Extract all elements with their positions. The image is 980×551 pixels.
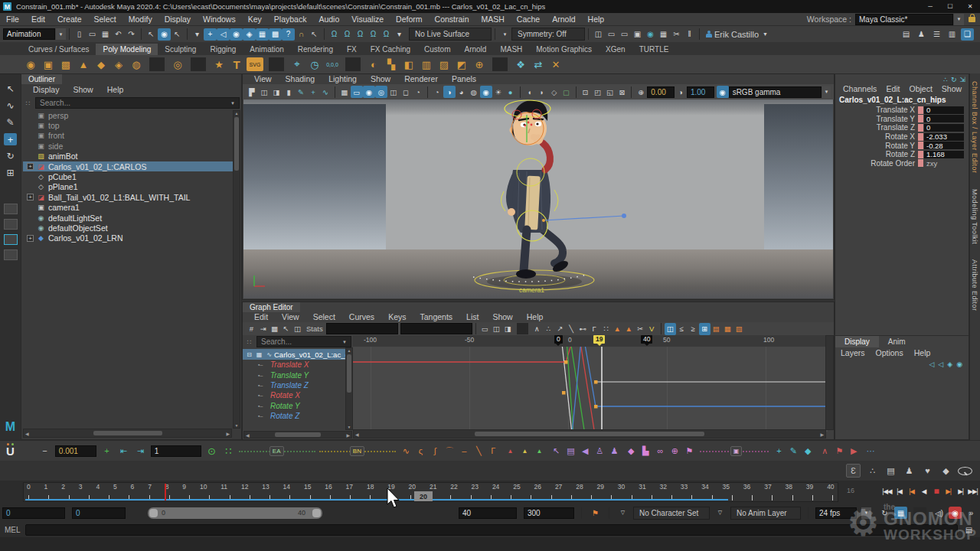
range-start-handle[interactable] bbox=[149, 509, 158, 517]
tangent-preset-icon[interactable]: ╲ bbox=[472, 445, 485, 457]
layout-preset-button[interactable] bbox=[4, 204, 18, 214]
layer-menu-item[interactable]: Help bbox=[909, 348, 936, 357]
live-surface-field[interactable]: No Live Surface bbox=[409, 28, 492, 41]
marker-icon[interactable]: ▲ bbox=[504, 445, 517, 457]
viewport-menu-item[interactable]: Lighting bbox=[322, 74, 364, 84]
channel-box-menu-item[interactable]: Show bbox=[937, 84, 966, 93]
toolbox-tool-icon[interactable]: ✎ bbox=[4, 116, 17, 129]
decrement-button[interactable]: − bbox=[38, 445, 51, 457]
menu-item[interactable]: Cache bbox=[511, 15, 546, 24]
viewport-camera-icon[interactable]: + bbox=[307, 86, 319, 98]
shelf-tool-icon[interactable]: ▚ bbox=[384, 58, 399, 70]
playback-button[interactable]: |◀ bbox=[906, 484, 917, 497]
viewport-isolate-icon[interactable]: ◗ bbox=[536, 86, 548, 98]
layer-action-icon[interactable]: ◉ bbox=[956, 360, 962, 368]
shelf-tool-icon[interactable]: ⌖ bbox=[289, 58, 305, 70]
viewport-camera-icon[interactable]: ◨ bbox=[270, 86, 283, 98]
pose-tool-icon[interactable]: ✎ bbox=[787, 445, 800, 457]
shelf-tab[interactable]: Animation bbox=[243, 44, 290, 55]
graph-editor-menu-item[interactable]: Curves bbox=[342, 312, 381, 323]
expand-toggle-icon[interactable] bbox=[27, 142, 34, 149]
layer-menu-item[interactable]: Layers bbox=[835, 348, 871, 357]
sidebar-toggle-icon[interactable]: ♟ bbox=[915, 28, 928, 41]
sidebar-toggle-icon[interactable]: ☰ bbox=[930, 28, 943, 41]
tangent-preset-icon[interactable]: ∿ bbox=[400, 445, 413, 457]
shelf-tool-icon[interactable] bbox=[269, 57, 284, 71]
playback-option-icon[interactable]: » bbox=[965, 507, 978, 519]
filter-grip-icon[interactable]: ∷ bbox=[23, 98, 33, 108]
layer-action-icon[interactable]: ◁ bbox=[929, 360, 934, 368]
shelf-tab[interactable]: Poly Modeling bbox=[96, 44, 158, 55]
colorspace-icon[interactable]: ◉ bbox=[717, 86, 729, 98]
utility-icon[interactable]: ▤ bbox=[884, 465, 897, 477]
graph-tool-icon[interactable]: ⇥ bbox=[257, 323, 269, 335]
graph-list-scrollbar[interactable]: ▲▼ bbox=[345, 347, 353, 430]
viewport-display-icon[interactable]: ▭ bbox=[351, 86, 363, 98]
outliner-search-input[interactable]: Search...▼ bbox=[35, 97, 240, 109]
playback-button[interactable]: ▶| bbox=[942, 484, 954, 497]
expand-toggle-icon[interactable] bbox=[27, 132, 34, 139]
snap-icon[interactable]: ▾ bbox=[393, 28, 406, 41]
expand-toggle-icon[interactable] bbox=[27, 112, 34, 119]
shelf-tool-icon[interactable]: ▲ bbox=[76, 58, 91, 70]
layout-preset-button[interactable] bbox=[4, 249, 18, 260]
channel-attribute-row[interactable]: Rotate Y -0.28 bbox=[835, 141, 969, 150]
grid-icon[interactable]: ∷ bbox=[222, 445, 235, 457]
tangent-tool-icon[interactable]: ∧ bbox=[531, 323, 543, 335]
tangent-tool-icon[interactable]: ✂ bbox=[635, 323, 646, 335]
viewport-pane-icon[interactable]: ⊡ bbox=[579, 86, 591, 98]
viewport-pane-icon[interactable]: ◰ bbox=[591, 86, 603, 98]
channel-attribute-row[interactable]: Rotate Z 1.168 bbox=[835, 150, 969, 159]
playback-option-icon[interactable]: ▦ bbox=[894, 507, 907, 519]
expand-toggle-icon[interactable] bbox=[27, 214, 34, 221]
shelf-tool-icon[interactable]: ◧ bbox=[401, 58, 416, 70]
menu-item[interactable]: Visualize bbox=[345, 15, 390, 24]
shelf-tool-icon[interactable]: 0,0,0 bbox=[325, 58, 340, 70]
fps-selector[interactable]: 24 fps bbox=[815, 507, 857, 519]
marker-icon[interactable]: ▲ bbox=[533, 445, 546, 457]
menu-item[interactable]: Playback bbox=[268, 15, 313, 24]
workspace-lock-icon[interactable] bbox=[969, 17, 975, 22]
power-icon[interactable]: ⊙ bbox=[205, 445, 218, 457]
anim-tool-icon[interactable]: ▙ bbox=[639, 445, 652, 457]
outliner-item[interactable]: + ◪ Carlos_v01_02_L:CARLOS bbox=[23, 161, 234, 171]
menu-item[interactable]: File bbox=[0, 15, 25, 24]
graph-object-row[interactable]: ⊟▦∿ Carlos_v01_02_L:ac_cn_hips bbox=[243, 349, 353, 360]
menu-item[interactable]: Arnold bbox=[546, 15, 581, 24]
graph-channel-row[interactable]: ▪– Rotate X bbox=[243, 390, 353, 400]
viewport-menu-item[interactable]: Renderer bbox=[397, 74, 445, 84]
viewport-shading-icon[interactable]: ◕ bbox=[456, 86, 468, 98]
graph-channel-row[interactable]: ▪– Translate X bbox=[243, 360, 353, 370]
tangent-tool-icon[interactable]: ▭ bbox=[479, 323, 491, 335]
shelf-tool-icon[interactable] bbox=[492, 57, 508, 71]
layer-action-icon[interactable]: ◁ bbox=[938, 360, 943, 368]
toolbox-tool-icon[interactable]: + bbox=[4, 133, 17, 145]
graph-channel-row[interactable]: ▪– Rotate Z bbox=[243, 411, 353, 421]
select-tool-icon[interactable]: ↖ bbox=[550, 445, 563, 457]
shelf-tool-icon[interactable]: T bbox=[229, 58, 244, 70]
attribute-value-field[interactable]: -0.28 bbox=[924, 142, 964, 149]
ease-slider[interactable]: EA bbox=[239, 445, 315, 457]
outliner-item[interactable]: ▣ front bbox=[23, 131, 234, 141]
object-row-icon[interactable]: ⊟ bbox=[244, 348, 254, 360]
utility-icon[interactable]: ∴ bbox=[866, 465, 879, 477]
viewport-shading-icon[interactable]: ◑ bbox=[443, 86, 456, 98]
playback-start-field[interactable]: 0 bbox=[72, 507, 126, 519]
viewport-camera-icon[interactable]: ▛ bbox=[246, 86, 258, 98]
sidebar-toggle-icon[interactable]: ▤ bbox=[900, 28, 913, 41]
shelf-tab[interactable]: Rigging bbox=[203, 44, 243, 55]
sidebar-vertical-tab[interactable]: Channel Box / Layer Editor bbox=[970, 73, 979, 181]
snap-icon[interactable]: Ω bbox=[328, 28, 341, 41]
viewport-display-icon[interactable]: ◉ bbox=[363, 86, 375, 98]
shelf-tab[interactable]: Custom bbox=[417, 44, 457, 55]
channel-box-menu-item[interactable]: Edit bbox=[881, 84, 904, 93]
graph-editor-menu-item[interactable]: Show bbox=[485, 312, 519, 323]
menu-item[interactable]: Display bbox=[158, 15, 197, 24]
set-key-icon[interactable]: ⚑ bbox=[589, 507, 602, 519]
graph-tool-icon[interactable]: ▦ bbox=[269, 323, 280, 335]
expand-toggle-icon[interactable] bbox=[27, 204, 34, 211]
graph-vertical-scrollbar[interactable] bbox=[825, 335, 834, 430]
graph-tool-icon[interactable]: ↖ bbox=[280, 323, 292, 335]
shelf-tool-icon[interactable]: ◐ bbox=[366, 58, 381, 70]
tangent-tool-icon[interactable]: ⊷ bbox=[577, 323, 589, 335]
